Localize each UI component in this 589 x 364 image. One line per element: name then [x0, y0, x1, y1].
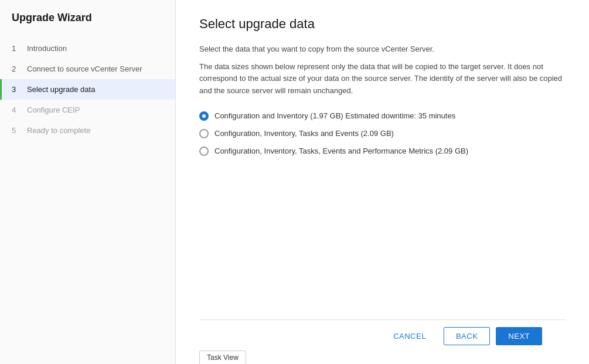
radio-option-2[interactable]: Configuration, Inventory, Tasks and Even… — [199, 129, 566, 138]
radio-option-1[interactable]: Configuration and Inventory (1.97 GB) Es… — [199, 111, 566, 121]
sidebar-step-4[interactable]: 4Configure CEIP — [0, 100, 175, 120]
sidebar-step-1[interactable]: 1Introduction — [0, 38, 175, 59]
sidebar-title: Upgrade Wizard — [0, 12, 175, 38]
radio-group: Configuration and Inventory (1.97 GB) Es… — [199, 111, 566, 156]
step-number-5: 5 — [12, 126, 21, 135]
radio-indicator-1 — [199, 111, 209, 121]
sidebar-step-2[interactable]: 2Connect to source vCenter Server — [0, 59, 175, 79]
sidebar-step-5[interactable]: 5Ready to complete — [0, 120, 175, 141]
description-1: Select the data that you want to copy fr… — [199, 43, 566, 55]
radio-indicator-2 — [199, 129, 209, 138]
sidebar: Upgrade Wizard 1Introduction2Connect to … — [0, 0, 176, 364]
step-number-3: 3 — [12, 85, 21, 94]
step-number-2: 2 — [12, 64, 21, 73]
next-button[interactable]: NEXT — [496, 327, 542, 345]
radio-option-3[interactable]: Configuration, Inventory, Tasks, Events … — [199, 147, 566, 156]
main-content: Select upgrade data Select the data that… — [176, 0, 589, 364]
back-button[interactable]: BACK — [444, 327, 490, 345]
step-label-2: Connect to source vCenter Server — [27, 64, 142, 73]
step-label-4: Configure CEIP — [27, 106, 80, 114]
step-label-3: Select upgrade data — [27, 85, 95, 94]
radio-label-3: Configuration, Inventory, Tasks, Events … — [215, 147, 468, 155]
footer: CANCEL BACK NEXT — [199, 319, 566, 352]
radio-label-1: Configuration and Inventory (1.97 GB) Es… — [215, 111, 455, 120]
step-number-1: 1 — [12, 44, 21, 53]
sidebar-step-3[interactable]: 3Select upgrade data — [0, 79, 175, 100]
radio-indicator-3 — [199, 147, 209, 156]
step-number-4: 4 — [12, 106, 21, 114]
description-2: The data sizes shown below represent onl… — [199, 61, 566, 97]
step-label-1: Introduction — [27, 44, 67, 53]
cancel-button[interactable]: CANCEL — [382, 328, 438, 345]
step-label-5: Ready to complete — [27, 126, 90, 135]
content-area: Select upgrade data Select the data that… — [199, 16, 566, 319]
radio-label-2: Configuration, Inventory, Tasks and Even… — [215, 129, 394, 138]
page-title: Select upgrade data — [199, 16, 566, 32]
steps-list: 1Introduction2Connect to source vCenter … — [0, 38, 175, 141]
task-view-button[interactable]: Task View — [199, 351, 246, 364]
